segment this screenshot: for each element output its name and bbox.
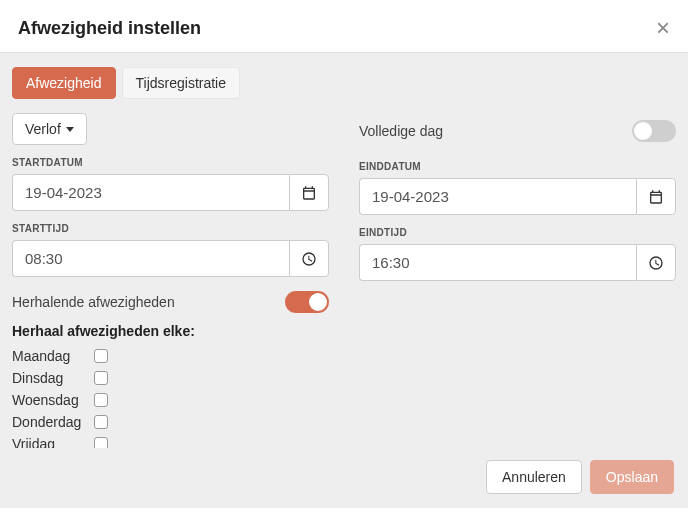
day-label-wed: Woensdag	[12, 392, 94, 408]
full-day-label: Volledige dag	[359, 123, 443, 139]
clock-icon[interactable]	[636, 244, 676, 281]
full-day-toggle[interactable]	[632, 120, 676, 142]
full-day-row: Volledige dag	[359, 113, 676, 149]
modal-title: Afwezigheid instellen	[18, 18, 201, 39]
modal-footer: Annuleren Opslaan	[0, 448, 688, 508]
checkbox-tue[interactable]	[94, 371, 108, 385]
checkbox-fri[interactable]	[94, 437, 108, 448]
end-time-group	[359, 244, 676, 281]
start-date-input[interactable]	[12, 174, 289, 211]
start-time-label: STARTTIJD	[12, 223, 329, 234]
day-label-thu: Donderdag	[12, 414, 94, 430]
calendar-icon[interactable]	[636, 178, 676, 215]
tab-time-registration[interactable]: Tijdsregistratie	[122, 67, 241, 99]
modal-header: Afwezigheid instellen ×	[0, 0, 688, 53]
end-date-input[interactable]	[359, 178, 636, 215]
day-label-fri: Vrijdag	[12, 436, 94, 448]
start-time-input[interactable]	[12, 240, 289, 277]
tab-absence[interactable]: Afwezigheid	[12, 67, 116, 99]
checkbox-thu[interactable]	[94, 415, 108, 429]
start-date-label: STARTDATUM	[12, 157, 329, 168]
end-date-label: EINDDATUM	[359, 161, 676, 172]
col-left: Verlof STARTDATUM STARTTIJD	[12, 113, 329, 448]
repeat-toggle[interactable]	[285, 291, 329, 313]
day-row-wed: Woensdag	[12, 389, 329, 411]
day-label-tue: Dinsdag	[12, 370, 94, 386]
day-row-fri: Vrijdag	[12, 433, 329, 448]
repeat-row: Herhalende afwezigheden	[12, 291, 329, 313]
toggle-knob	[309, 293, 327, 311]
modal-body: Afwezigheid Tijdsregistratie Verlof STAR…	[0, 53, 688, 448]
toggle-knob	[634, 122, 652, 140]
clock-icon[interactable]	[289, 240, 329, 277]
checkbox-mon[interactable]	[94, 349, 108, 363]
start-time-group	[12, 240, 329, 277]
end-time-label: EINDTIJD	[359, 227, 676, 238]
col-right: Volledige dag EINDDATUM EINDTIJD	[359, 113, 676, 448]
day-label-mon: Maandag	[12, 348, 94, 364]
type-dropdown-label: Verlof	[25, 121, 61, 137]
day-row-mon: Maandag	[12, 345, 329, 367]
repeat-toggle-label: Herhalende afwezigheden	[12, 294, 175, 310]
top-row: Verlof STARTDATUM STARTTIJD	[12, 113, 676, 448]
close-icon[interactable]: ×	[656, 16, 670, 40]
type-dropdown[interactable]: Verlof	[12, 113, 87, 145]
save-button[interactable]: Opslaan	[590, 460, 674, 494]
tabs: Afwezigheid Tijdsregistratie	[12, 67, 676, 99]
day-row-tue: Dinsdag	[12, 367, 329, 389]
end-time-input[interactable]	[359, 244, 636, 281]
end-date-group	[359, 178, 676, 215]
day-row-thu: Donderdag	[12, 411, 329, 433]
cancel-button[interactable]: Annuleren	[486, 460, 582, 494]
repeat-heading: Herhaal afwezigheden elke:	[12, 323, 329, 339]
checkbox-wed[interactable]	[94, 393, 108, 407]
calendar-icon[interactable]	[289, 174, 329, 211]
start-date-group	[12, 174, 329, 211]
caret-down-icon	[66, 127, 74, 132]
absence-modal: Afwezigheid instellen × Afwezigheid Tijd…	[0, 0, 688, 508]
